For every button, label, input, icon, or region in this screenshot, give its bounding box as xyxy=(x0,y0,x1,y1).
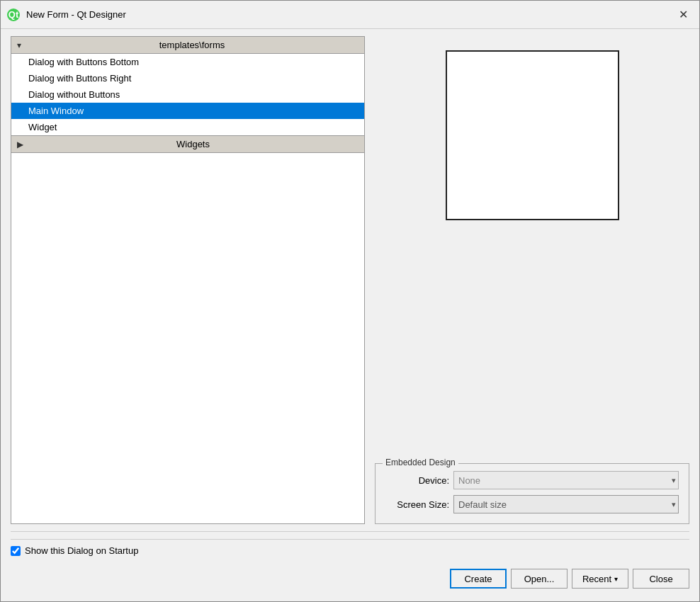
divider xyxy=(11,531,689,532)
close-window-button[interactable]: ✕ xyxy=(672,4,694,25)
screen-size-select[interactable]: Default size 320x240 480x272 640x480 800… xyxy=(453,495,679,513)
collapse-arrow-icon: ▾ xyxy=(17,40,21,50)
open-button[interactable]: Open... xyxy=(511,569,568,589)
startup-checkbox-label[interactable]: Show this Dialog on Startup xyxy=(25,545,138,556)
device-select[interactable]: None xyxy=(453,471,679,489)
close-button[interactable]: Close xyxy=(633,569,689,589)
screen-size-row: Screen Size: Default size 320x240 480x27… xyxy=(385,495,679,513)
startup-checkbox[interactable] xyxy=(11,546,21,556)
startup-checkbox-area: Show this Dialog on Startup xyxy=(11,545,138,556)
preview-area xyxy=(375,36,689,456)
device-label: Device: xyxy=(385,475,449,486)
svg-text:Qt: Qt xyxy=(9,9,19,20)
bottom-bar: Show this Dialog on Startup xyxy=(11,539,689,559)
recent-button[interactable]: Recent ▾ xyxy=(572,569,628,589)
list-item[interactable]: Widget xyxy=(11,119,364,135)
screen-size-select-wrapper: Default size 320x240 480x272 640x480 800… xyxy=(453,495,679,513)
dialog-buttons: Create Open... Recent ▾ Close xyxy=(11,566,689,594)
create-button[interactable]: Create xyxy=(450,569,507,589)
list-item[interactable]: Dialog without Buttons xyxy=(11,86,364,103)
embedded-design-group: Embedded Design Device: None ▾ Screen Si… xyxy=(375,463,689,524)
expand-arrow-icon: ▶ xyxy=(17,140,23,149)
template-list: ▾ templates\forms Dialog with Buttons Bo… xyxy=(11,36,365,524)
titlebar: Qt New Form - Qt Designer ✕ xyxy=(1,1,699,29)
app-icon: Qt xyxy=(6,8,21,22)
widgets-header[interactable]: ▶ Widgets xyxy=(11,135,364,153)
list-item[interactable]: Dialog with Buttons Right xyxy=(11,70,364,86)
device-select-wrapper: None ▾ xyxy=(453,471,679,489)
embedded-design-legend: Embedded Design xyxy=(383,458,458,467)
screen-size-label: Screen Size: xyxy=(385,499,449,510)
right-panel: Embedded Design Device: None ▾ Screen Si… xyxy=(375,36,689,524)
list-item[interactable]: Dialog with Buttons Bottom xyxy=(11,54,364,70)
window-title: New Form - Qt Designer xyxy=(26,9,672,20)
main-window: Qt New Form - Qt Designer ✕ ▾ templates\… xyxy=(0,0,700,602)
dialog-content: ▾ templates\forms Dialog with Buttons Bo… xyxy=(1,29,699,601)
device-row: Device: None ▾ xyxy=(385,471,679,489)
widgets-label: Widgets xyxy=(28,139,359,149)
form-preview xyxy=(446,50,619,220)
templates-forms-header[interactable]: ▾ templates\forms xyxy=(11,37,364,54)
recent-dropdown-arrow-icon: ▾ xyxy=(614,575,618,583)
list-item-selected[interactable]: Main Window xyxy=(11,103,364,119)
main-area: ▾ templates\forms Dialog with Buttons Bo… xyxy=(11,36,689,524)
templates-forms-label: templates\forms xyxy=(26,40,359,50)
